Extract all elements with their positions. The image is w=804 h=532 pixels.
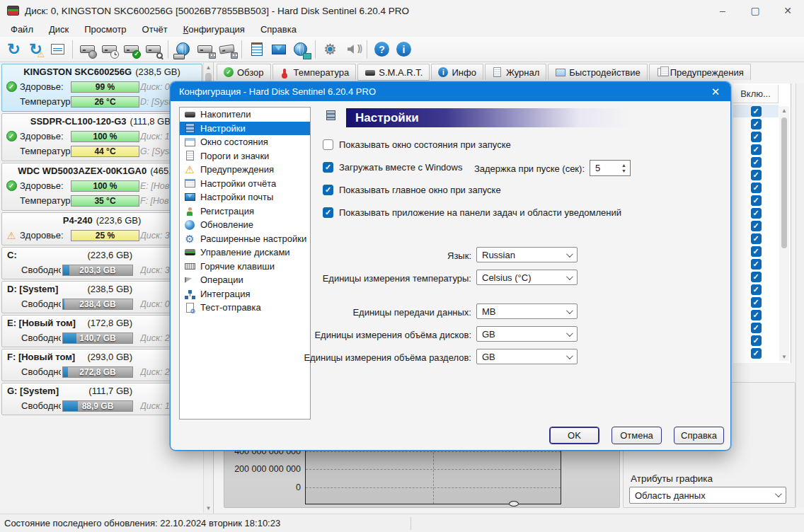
attribute-enabled-checkbox[interactable] <box>751 310 762 320</box>
checkbox-icon[interactable] <box>323 185 333 195</box>
graph-marker[interactable] <box>509 501 519 507</box>
smart-attribute-row[interactable] <box>733 283 779 296</box>
sound-icon[interactable]: ) <box>341 39 363 60</box>
data-area-select[interactable]: Область данных <box>629 487 786 504</box>
smart-attribute-row[interactable] <box>733 258 779 270</box>
close-button[interactable]: ✕ <box>771 0 804 21</box>
tab-overview[interactable]: ✓ Обзор <box>217 64 271 80</box>
smart-attribute-row[interactable] <box>733 232 779 245</box>
attribute-enabled-checkbox[interactable] <box>751 246 762 257</box>
checkbox-icon[interactable] <box>323 207 333 218</box>
smart-attribute-row[interactable] <box>733 347 779 359</box>
attribute-enabled-checkbox[interactable] <box>751 208 762 219</box>
nav-item-report-settings[interactable]: Настройки отчёта <box>180 177 310 191</box>
nav-item-thresholds[interactable]: Пороги и значки <box>180 149 310 163</box>
mail-icon[interactable] <box>268 39 289 60</box>
smart-attribute-row[interactable] <box>733 156 779 168</box>
tab-temperature[interactable]: Температура <box>272 64 357 80</box>
scroll-thumb[interactable] <box>781 117 787 248</box>
ok-button[interactable]: OK <box>549 427 599 444</box>
disk-plug-out-icon[interactable] <box>216 39 238 60</box>
disk-check-icon[interactable]: ✓ <box>120 39 142 60</box>
smart-attribute-row[interactable] <box>733 143 779 156</box>
nav-item-registration[interactable]: Регистрация <box>180 204 310 219</box>
report-card-icon[interactable] <box>47 39 69 60</box>
smart-attribute-row[interactable] <box>733 117 779 130</box>
attribute-enabled-checkbox[interactable] <box>751 323 762 333</box>
nav-item-update[interactable]: Обновление <box>180 218 310 232</box>
tab-info[interactable]: i Инфо <box>431 64 483 80</box>
nav-item-hotkeys[interactable]: Горячие клавиши <box>180 260 310 274</box>
smart-attribute-row[interactable] <box>733 105 779 117</box>
cancel-button[interactable]: Отмена <box>611 427 662 444</box>
attribute-enabled-checkbox[interactable] <box>751 272 762 282</box>
disk-search-icon[interactable] <box>142 39 164 60</box>
transfer-units-select[interactable]: MB <box>476 303 578 319</box>
smart-attribute-row[interactable] <box>733 194 779 207</box>
smart-attribute-row[interactable] <box>733 207 779 219</box>
scroll-down-icon[interactable]: ▼ <box>779 352 789 361</box>
minimize-button[interactable]: – <box>706 0 739 21</box>
info-icon[interactable]: i <box>393 39 415 60</box>
smart-attribute-row[interactable] <box>733 219 779 232</box>
delay-spinner[interactable]: 5 ▲▼ <box>590 160 631 176</box>
attribute-enabled-checkbox[interactable] <box>751 259 762 270</box>
refresh-warning-icon[interactable]: ↻⚠ <box>25 39 47 60</box>
attribute-enabled-checkbox[interactable] <box>751 132 762 142</box>
smart-attribute-row[interactable] <box>733 334 779 347</box>
smart-attribute-row[interactable] <box>733 245 779 258</box>
disk-plug-in-icon[interactable] <box>194 39 216 60</box>
checkbox-show-status-window[interactable]: Показывать окно состояния при запуске <box>323 139 511 150</box>
checkbox-show-main-window[interactable]: Показывать главное окно при запуске <box>323 185 501 195</box>
log-notepad-icon[interactable] <box>246 39 268 60</box>
smart-attribute-row[interactable] <box>733 270 779 283</box>
attribute-enabled-checkbox[interactable] <box>751 221 762 231</box>
nav-item-settings[interactable]: Настройки <box>180 122 310 136</box>
menu-help[interactable]: Справка <box>253 23 304 36</box>
smart-attribute-row[interactable] <box>733 168 779 181</box>
menu-configuration[interactable]: Конфигурация <box>176 23 253 36</box>
settings-gear-icon[interactable]: ⚙ <box>319 39 341 60</box>
disk-clock-icon[interactable] <box>98 39 120 60</box>
smart-table-scrollbar[interactable]: ▲ ▼ <box>779 106 789 361</box>
attribute-enabled-checkbox[interactable] <box>751 297 762 308</box>
partition-volume-units-select[interactable]: GB <box>476 349 578 364</box>
checkbox-icon[interactable] <box>323 139 333 150</box>
network-monitor-icon[interactable] <box>289 39 311 60</box>
attribute-enabled-checkbox[interactable] <box>751 284 762 295</box>
attribute-enabled-checkbox[interactable] <box>751 170 762 180</box>
smart-attribute-row[interactable] <box>733 321 779 334</box>
smart-attribute-row[interactable] <box>733 181 779 194</box>
dialog-close-button[interactable]: ✕ <box>701 82 730 101</box>
language-select[interactable]: Russian <box>476 247 578 262</box>
smart-attribute-row[interactable] <box>733 308 779 321</box>
refresh-icon[interactable]: ↻ <box>3 39 25 60</box>
help-icon[interactable]: ? <box>371 39 393 60</box>
nav-item-integration[interactable]: Интеграция <box>180 287 310 301</box>
smart-attribute-row[interactable] <box>733 296 779 308</box>
attribute-enabled-checkbox[interactable] <box>751 157 762 168</box>
menu-file[interactable]: Файл <box>3 23 41 36</box>
tab-smart[interactable]: S.M.A.R.T. <box>357 64 430 81</box>
tab-performance[interactable]: Быстродействие <box>548 64 647 80</box>
attribute-enabled-checkbox[interactable] <box>751 348 762 359</box>
help-button[interactable]: Справка <box>674 427 724 444</box>
smart-attribute-row[interactable] <box>733 130 779 143</box>
temperature-units-select[interactable]: Celsius (°C) <box>476 270 578 285</box>
attribute-enabled-checkbox[interactable] <box>751 144 762 155</box>
attribute-enabled-checkbox[interactable] <box>751 195 762 206</box>
scroll-up-icon[interactable]: ▲ <box>779 106 789 115</box>
network-disk-icon[interactable] <box>172 39 194 60</box>
nav-item-status-window[interactable]: Окно состояния <box>180 135 310 149</box>
attribute-enabled-checkbox[interactable] <box>751 106 762 117</box>
scroll-down-icon[interactable]: ▼ <box>204 504 213 513</box>
menu-disk[interactable]: Диск <box>41 23 76 36</box>
attribute-enabled-checkbox[interactable] <box>751 233 762 244</box>
disk-knob-icon[interactable] <box>76 39 98 60</box>
checkbox-icon[interactable] <box>323 162 333 173</box>
maximize-button[interactable]: ▢ <box>739 0 771 21</box>
nav-item-mail-settings[interactable]: Настройки почты <box>180 190 310 204</box>
spinner-arrows-icon[interactable]: ▲▼ <box>619 161 628 175</box>
attribute-enabled-checkbox[interactable] <box>751 183 762 193</box>
nav-item-drives[interactable]: Накопители <box>180 108 310 122</box>
